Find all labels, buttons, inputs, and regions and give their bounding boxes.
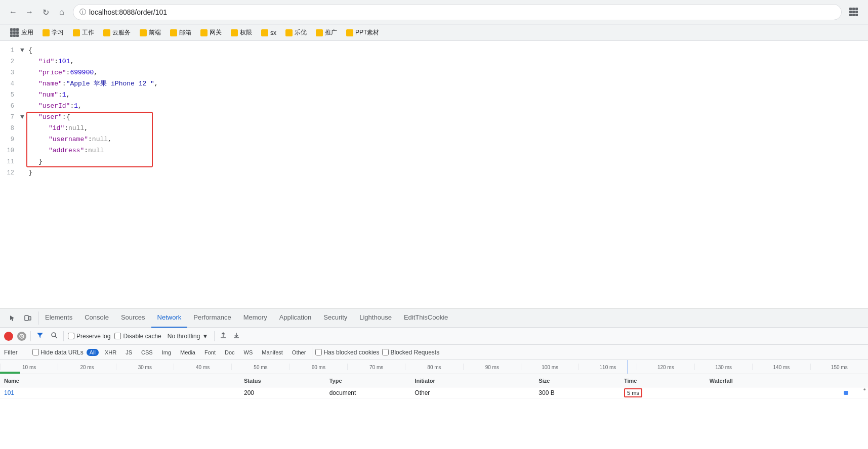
bookmark-6[interactable]: 网关 [196, 27, 226, 38]
address-bar[interactable]: ⓘ localhost:8088/order/101 [73, 4, 842, 20]
tick-140ms: 140 ms [752, 364, 810, 370]
throttle-select[interactable]: No throttling ▼ [166, 332, 211, 341]
bookmark-3[interactable]: 云服务 [99, 27, 135, 38]
apps-bookmark[interactable]: 应用 [6, 27, 37, 39]
chevron-down-icon: ▼ [202, 333, 208, 340]
throttle-text: No throttling [168, 333, 200, 340]
tick-90ms: 90 ms [463, 364, 521, 370]
tab-lighthouse[interactable]: Lighthouse [353, 308, 398, 328]
bookmark-4[interactable]: 前端 [136, 27, 165, 38]
tab-editthiscookie[interactable]: EditThisCookie [398, 308, 454, 328]
tab-sources[interactable]: Sources [115, 308, 151, 328]
header-initiator[interactable]: Initiator [410, 378, 534, 384]
bookmark-11[interactable]: PPT素材 [342, 27, 383, 38]
header-type[interactable]: Type [325, 378, 411, 384]
divider [312, 347, 312, 357]
json-line-1: 1 ▼ { [0, 45, 868, 56]
bookmark-10[interactable]: 推广 [312, 27, 341, 38]
filter-button[interactable] [35, 331, 45, 341]
filter-xhr-button[interactable]: XHR [102, 349, 119, 356]
header-status[interactable]: Status [240, 378, 325, 384]
disable-cache-text: Disable cache [123, 333, 161, 340]
url-text: localhost:8088/order/101 [89, 8, 167, 16]
bookmark-2[interactable]: 工作 [69, 27, 98, 38]
filter-doc-button[interactable]: Doc [222, 349, 238, 356]
header-time[interactable]: Time [620, 378, 706, 384]
tab-network[interactable]: Network [151, 308, 188, 328]
tab-memory[interactable]: Memory [237, 308, 273, 328]
inspect-element-button[interactable] [6, 311, 19, 325]
blocked-requests-checkbox[interactable] [382, 349, 389, 355]
filter-manifest-button[interactable]: Manifest [259, 349, 286, 356]
json-line-3: 3 "price" : 699900 , [0, 67, 868, 78]
disable-cache-checkbox[interactable] [114, 333, 121, 339]
nav-buttons: ← → ↻ ⌂ [6, 5, 69, 19]
disable-cache-label[interactable]: Disable cache [114, 333, 161, 340]
folder-icon [170, 29, 177, 36]
hide-data-urls-label[interactable]: Hide data URLs [32, 349, 84, 356]
line-number: 11 [2, 156, 20, 167]
filter-all-button[interactable]: All [87, 349, 99, 356]
device-toolbar-button[interactable] [21, 311, 34, 325]
tab-console[interactable]: Console [78, 308, 115, 328]
json-line-7: 7 ▼ "user" : { [0, 112, 868, 123]
bookmark-7[interactable]: 权限 [227, 27, 256, 38]
devtools-panel: Elements Console Sources Network Perform… [0, 308, 868, 449]
has-blocked-cookies-label[interactable]: Has blocked cookies [315, 349, 379, 356]
json-key: "user" [38, 112, 62, 123]
back-button[interactable]: ← [6, 5, 20, 19]
filter-img-button[interactable]: Img [159, 349, 174, 356]
json-key: "name" [38, 78, 62, 89]
toggle-arrow[interactable]: ▼ [20, 45, 28, 56]
header-size[interactable]: Size [534, 378, 620, 384]
filter-css-button[interactable]: CSS [138, 349, 156, 356]
filter-label: Filter [4, 349, 29, 356]
toggle-spacer [20, 156, 28, 167]
preserve-log-label[interactable]: Preserve log [68, 333, 110, 340]
json-key: "address" [49, 145, 84, 156]
blocked-requests-label[interactable]: Blocked Requests [382, 349, 439, 356]
search-button[interactable] [49, 331, 59, 341]
tab-security[interactable]: Security [317, 308, 353, 328]
json-line-10: 10 "address" : null [0, 145, 868, 156]
network-toolbar: Preserve log Disable cache No throttling… [0, 328, 868, 345]
has-blocked-cookies-checkbox[interactable] [315, 349, 322, 355]
table-row[interactable]: 101 200 document Other 300 B 5 ms ● [0, 387, 868, 398]
filter-js-button[interactable]: JS [122, 349, 135, 356]
filter-ws-button[interactable]: WS [241, 349, 256, 356]
toggle-spacer [20, 67, 28, 78]
bookmark-1[interactable]: 学习 [38, 27, 68, 38]
home-button[interactable]: ⌂ [55, 5, 69, 19]
export-button[interactable] [232, 332, 241, 341]
json-key: "userId" [38, 101, 70, 112]
upload-icon [220, 332, 227, 339]
filter-other-button[interactable]: Other [289, 349, 309, 356]
tab-application[interactable]: Application [273, 308, 318, 328]
clear-button[interactable] [17, 332, 26, 341]
header-waterfall[interactable]: Waterfall [706, 378, 868, 384]
forward-button[interactable]: → [22, 5, 36, 19]
toggle-arrow[interactable]: ▼ [20, 112, 28, 123]
preserve-log-checkbox[interactable] [68, 333, 74, 339]
bookmark-label: 云服务 [112, 28, 131, 37]
json-line-8: 8 "id" : null , [0, 123, 868, 134]
tab-performance[interactable]: Performance [187, 308, 237, 328]
folder-icon [73, 29, 80, 36]
hide-data-urls-checkbox[interactable] [32, 349, 39, 355]
bookmark-9[interactable]: 乐优 [281, 27, 311, 38]
import-button[interactable] [219, 332, 228, 341]
table-header: Name Status Type Initiator Size Time Wat… [0, 374, 868, 387]
header-name[interactable]: Name [0, 378, 240, 384]
filter-media-button[interactable]: Media [177, 349, 198, 356]
json-number: 1 [74, 101, 78, 112]
bookmark-8[interactable]: sx [257, 28, 280, 38]
bookmark-5[interactable]: 邮箱 [166, 27, 195, 38]
filter-font-button[interactable]: Font [201, 349, 219, 356]
cell-name: 101 [0, 389, 240, 396]
timeline-progress [0, 372, 20, 374]
refresh-button[interactable]: ↻ [38, 5, 53, 19]
tab-elements[interactable]: Elements [39, 308, 78, 328]
bookmark-label: 邮箱 [179, 28, 191, 37]
record-button[interactable] [4, 332, 13, 341]
tick-120ms: 120 ms [637, 364, 694, 370]
